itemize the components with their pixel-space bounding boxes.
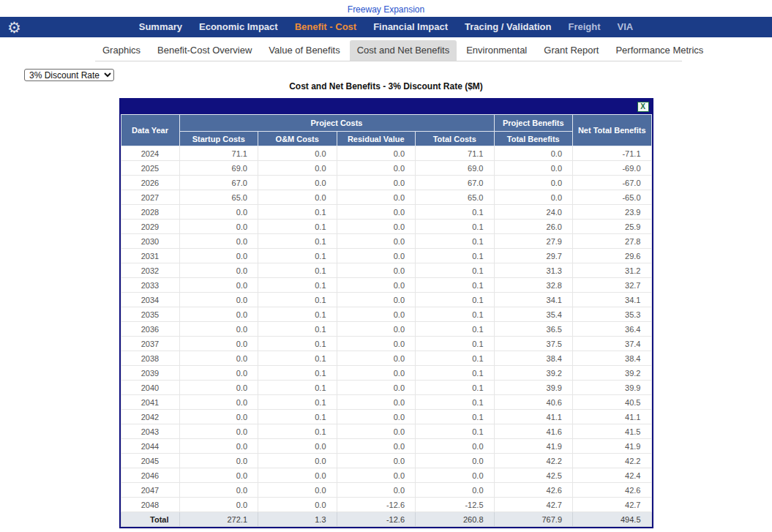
value-cell: 42.5 (494, 468, 573, 483)
value-cell: 0.0 (179, 278, 258, 293)
tab-graphics[interactable]: Graphics (95, 40, 148, 61)
table-title: Cost and Net Benefits - 3% Discount Rate… (0, 81, 772, 91)
value-cell: 0.1 (416, 424, 495, 439)
value-cell: 42.7 (494, 498, 573, 512)
value-cell: 0.0 (337, 322, 416, 337)
value-cell: 42.7 (573, 498, 652, 512)
year-cell: 2045 (121, 454, 179, 468)
nav-item-benefit-cost[interactable]: Benefit - Cost (295, 17, 357, 37)
value-cell: 41.6 (494, 424, 573, 439)
value-cell: 0.0 (179, 410, 258, 424)
value-cell: 0.0 (179, 307, 258, 322)
year-cell: 2043 (121, 424, 179, 439)
value-cell: 0.0 (258, 190, 337, 205)
nav-item-summary[interactable]: Summary (139, 17, 182, 37)
value-cell: 0.1 (258, 424, 337, 439)
value-cell: 0.1 (416, 307, 495, 322)
value-cell: 0.0 (258, 176, 337, 190)
value-cell: 0.1 (416, 322, 495, 337)
value-cell: 0.0 (337, 454, 416, 468)
value-cell: 71.1 (416, 146, 495, 161)
value-cell: 37.4 (573, 337, 652, 351)
discount-rate-select[interactable]: 3% Discount Rate (24, 69, 114, 81)
table-header: Data Year Project Costs Project Benefits… (121, 115, 651, 146)
value-cell: 0.0 (416, 468, 495, 483)
year-cell: 2026 (121, 176, 179, 190)
value-cell: 0.1 (258, 366, 337, 381)
tab-grant-report[interactable]: Grant Report (536, 40, 606, 61)
value-cell: 26.0 (494, 220, 573, 234)
table-row: 2025 69.00.00.069.00.0-69.0 (121, 161, 651, 176)
value-cell: 39.2 (573, 366, 652, 381)
table-row: 2036 0.00.10.00.136.536.4 (121, 322, 651, 337)
value-cell: 0.0 (258, 454, 337, 468)
total-startup-costs: 272.1 (179, 512, 258, 527)
table-row: 2043 0.00.10.00.141.641.5 (121, 424, 651, 439)
value-cell: 0.0 (337, 161, 416, 176)
table-row: 2044 0.00.00.00.041.941.9 (121, 439, 651, 454)
table-row: 2026 67.00.00.067.00.0-67.0 (121, 176, 651, 190)
value-cell: 39.2 (494, 366, 573, 381)
tab-environmental[interactable]: Environmental (459, 40, 534, 61)
nav-item-financial-impact[interactable]: Financial Impact (373, 17, 448, 37)
value-cell: 0.1 (258, 307, 337, 322)
value-cell: 41.9 (494, 439, 573, 454)
value-cell: 27.9 (494, 234, 573, 249)
project-title-link[interactable]: Freeway Expansion (348, 4, 424, 15)
header-sub-row: Startup Costs O&M Costs Residual Value T… (121, 132, 651, 146)
data-table: Data Year Project Costs Project Benefits… (121, 114, 652, 527)
tab-performance-metrics[interactable]: Performance Metrics (608, 40, 711, 61)
nav-item-freight[interactable]: Freight (569, 17, 601, 37)
tab-benefit-cost-overview[interactable]: Benefit-Cost Overview (150, 40, 259, 61)
value-cell: 27.8 (573, 234, 652, 249)
excel-export-icon[interactable]: X (637, 102, 649, 112)
value-cell: 31.3 (494, 263, 573, 278)
year-cell: 2030 (121, 234, 179, 249)
value-cell: 0.0 (416, 439, 495, 454)
tab-cost-and-net-benefits[interactable]: Cost and Net Benefits (350, 40, 457, 61)
value-cell: 0.0 (494, 176, 573, 190)
value-cell: 41.1 (494, 410, 573, 424)
value-cell: 69.0 (179, 161, 258, 176)
table-row: 2024 71.10.00.071.10.0-71.1 (121, 146, 651, 161)
value-cell: 35.3 (573, 307, 652, 322)
nav-item-via[interactable]: VIA (618, 17, 634, 37)
settings-gear-icon[interactable]: ⚙ (7, 20, 21, 35)
col-group-project-costs: Project Costs (179, 115, 494, 132)
value-cell: 0.0 (179, 366, 258, 381)
value-cell: 35.4 (494, 307, 573, 322)
value-cell: 24.0 (494, 205, 573, 220)
nav-item-tracing-validation[interactable]: Tracing / Validation (465, 17, 551, 37)
value-cell: -65.0 (573, 190, 652, 205)
value-cell: 0.0 (337, 395, 416, 410)
value-cell: 0.1 (416, 278, 495, 293)
table-row: 2047 0.00.00.00.042.642.6 (121, 483, 651, 498)
value-cell: 67.0 (416, 176, 495, 190)
table-row: 2028 0.00.10.00.124.023.9 (121, 205, 651, 220)
total-om-costs: 1.3 (258, 512, 337, 527)
value-cell: -67.0 (573, 176, 652, 190)
value-cell: 41.5 (573, 424, 652, 439)
table-row: 2034 0.00.10.00.134.134.1 (121, 293, 651, 307)
value-cell: 0.0 (258, 161, 337, 176)
table-row: 2033 0.00.10.00.132.832.7 (121, 278, 651, 293)
table-row: 2029 0.00.10.00.126.025.9 (121, 220, 651, 234)
nav-item-economic-impact[interactable]: Economic Impact (199, 17, 278, 37)
year-cell: 2038 (121, 351, 179, 366)
main-navbar: ⚙ Summary Economic Impact Benefit - Cost… (0, 17, 772, 37)
value-cell: 69.0 (416, 161, 495, 176)
value-cell: 42.4 (573, 468, 652, 483)
value-cell: 0.0 (416, 454, 495, 468)
value-cell: 0.1 (416, 410, 495, 424)
value-cell: 0.1 (258, 293, 337, 307)
year-cell: 2039 (121, 366, 179, 381)
tab-value-of-benefits[interactable]: Value of Benefits (261, 40, 347, 61)
value-cell: 41.9 (573, 439, 652, 454)
value-cell: -12.6 (337, 498, 416, 512)
value-cell: 0.0 (179, 468, 258, 483)
value-cell: 0.0 (337, 190, 416, 205)
value-cell: 0.0 (258, 498, 337, 512)
table-row: 2030 0.00.10.00.127.927.8 (121, 234, 651, 249)
value-cell: 0.0 (179, 337, 258, 351)
year-cell: 2047 (121, 483, 179, 498)
